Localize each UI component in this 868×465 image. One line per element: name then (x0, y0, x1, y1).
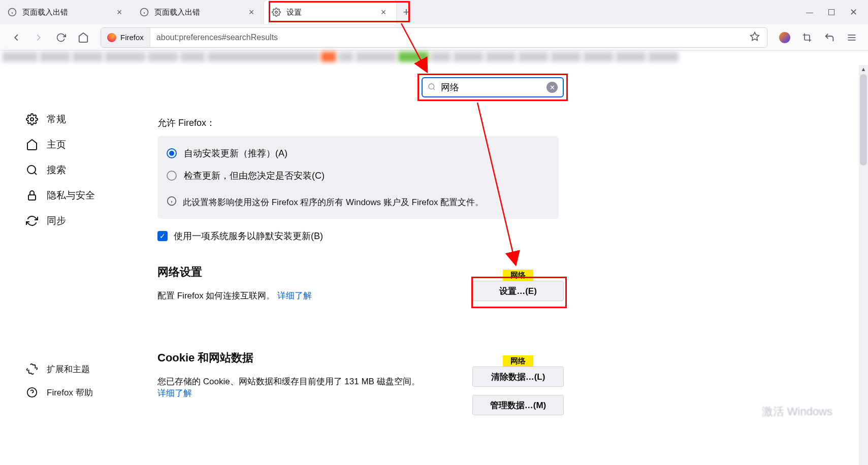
settings-content: 允许 Firefox： 自动安装更新（推荐）(A) 检查更新，但由您决定是否安装… (157, 117, 766, 399)
firefox-icon (107, 33, 116, 42)
crop-icon[interactable] (798, 28, 816, 47)
sync-icon (25, 214, 39, 227)
sidebar-label: 扩展和主题 (47, 363, 90, 375)
sidebar-item-help[interactable]: Firefox 帮助 (20, 381, 142, 404)
sidebar-item-search[interactable]: 搜索 (20, 157, 132, 183)
windows-watermark: 激活 Windows (762, 404, 832, 419)
learn-more-link[interactable]: 详细了解 (277, 291, 312, 301)
sidebar-item-home[interactable]: 主页 (20, 132, 132, 157)
radio-unchecked-icon (167, 171, 177, 181)
allow-firefox-label: 允许 Firefox： (157, 117, 766, 129)
titlebar: 页面载入出错 × 页面载入出错 × 设置 × + — ✕ (0, 0, 868, 24)
reload-button[interactable] (52, 28, 70, 47)
tab-label: 页面载入出错 (22, 8, 109, 17)
scroll-thumb[interactable] (860, 74, 867, 165)
url-text: about:preferences#searchResults (150, 33, 284, 42)
window-controls: — ✕ (795, 7, 868, 18)
sidebar-label: Firefox 帮助 (47, 387, 93, 398)
sidebar-label: 搜索 (47, 163, 66, 177)
svg-point-13 (30, 118, 34, 121)
svg-rect-16 (28, 195, 36, 200)
search-value: 网络 (441, 81, 541, 93)
tab-label: 页面载入出错 (154, 8, 241, 17)
vertical-scrollbar[interactable]: ▲ (859, 65, 868, 465)
radio-label: 检查更新，但由您决定是否安装(C) (184, 170, 325, 182)
learn-more-link[interactable]: 详细了解 (157, 388, 192, 398)
svg-point-6 (275, 11, 278, 14)
sidebar-label: 主页 (47, 138, 66, 151)
search-icon (25, 163, 39, 177)
lock-icon (25, 189, 39, 202)
scroll-up-arrow-icon[interactable]: ▲ (859, 66, 868, 72)
sidebar-item-sync[interactable]: 同步 (20, 208, 132, 234)
sidebar-bottom: 扩展和主题 Firefox 帮助 (20, 357, 142, 404)
sidebar-item-extensions[interactable]: 扩展和主题 (20, 357, 142, 381)
svg-point-11 (429, 84, 434, 89)
sidebar-label: 常规 (47, 113, 66, 126)
network-settings-button[interactable]: 设置…(E) (472, 281, 564, 301)
close-window-button[interactable]: ✕ (850, 7, 857, 18)
close-icon[interactable]: × (378, 7, 389, 17)
toolbar: Firefox about:preferences#searchResults (0, 24, 868, 51)
sidebar-item-privacy[interactable]: 隐私与安全 (20, 183, 132, 208)
info-icon (167, 196, 177, 209)
cookies-section: Cookie 和网站数据 您已存储的 Cookie、网站数据和缓存目前使用了 1… (157, 350, 564, 399)
url-bar[interactable]: Firefox about:preferences#searchResults (101, 27, 767, 48)
radio-checked-icon (167, 148, 177, 158)
svg-line-15 (35, 173, 37, 175)
home-icon (25, 138, 39, 151)
bookmarks-bar (0, 51, 868, 63)
home-button[interactable] (74, 28, 92, 47)
app-menu-button[interactable] (843, 28, 861, 47)
update-radio-check[interactable]: 检查更新，但由您决定是否安装(C) (157, 164, 559, 187)
sidebar-label: 同步 (47, 214, 66, 227)
checkbox-checked-icon: ✓ (157, 231, 168, 241)
svg-marker-7 (751, 32, 759, 41)
close-icon[interactable]: × (114, 7, 124, 17)
tab-strip: 页面载入出错 × 页面载入出错 × 设置 × + (0, 0, 795, 24)
svg-line-12 (433, 88, 435, 90)
svg-point-14 (27, 165, 36, 174)
update-radio-auto[interactable]: 自动安装更新（推荐）(A) (157, 142, 559, 164)
radio-label: 自动安装更新（推荐）(A) (184, 147, 287, 159)
tab-settings[interactable]: 设置 × (264, 0, 396, 24)
search-highlight-tag: 网络 (503, 270, 533, 281)
settings-search-input[interactable]: 网络 ✕ (422, 77, 564, 97)
background-service-checkbox[interactable]: ✓ 使用一项系统服务以静默安装更新(B) (157, 230, 766, 242)
back-button[interactable] (7, 28, 25, 47)
tab-label: 设置 (286, 8, 373, 17)
sidebar-label: 隐私与安全 (47, 189, 95, 202)
bookmark-star-icon[interactable] (743, 31, 767, 43)
forward-button[interactable] (29, 28, 48, 47)
maximize-button[interactable] (828, 9, 834, 15)
sidebar-item-general[interactable]: 常规 (20, 107, 132, 132)
minimize-button[interactable]: — (806, 8, 813, 16)
gear-icon (25, 113, 39, 126)
info-text: 此设置将影响使用这份 Firefox 程序的所有 Windows 账户及 Fir… (183, 196, 484, 208)
network-section: 网络设置 配置 Firefox 如何连接互联网。 详细了解 网络 设置…(E) (157, 264, 564, 302)
undo-icon[interactable] (820, 28, 839, 47)
info-icon (139, 7, 149, 17)
checkbox-label: 使用一项系统服务以静默安装更新(B) (174, 230, 323, 242)
manage-data-button[interactable]: 管理数据…(M) (472, 395, 564, 415)
puzzle-icon (25, 362, 39, 376)
close-icon[interactable]: × (246, 7, 256, 17)
tab-error-2[interactable]: 页面载入出错 × (132, 0, 264, 24)
tab-error-1[interactable]: 页面载入出错 × (0, 0, 132, 24)
update-info: 此设置将影响使用这份 Firefox 程序的所有 Windows 账户及 Fir… (157, 187, 559, 209)
profile-button[interactable] (776, 28, 794, 47)
search-highlight-tag: 网络 (503, 355, 533, 367)
settings-sidebar: 常规 主页 搜索 隐私与安全 同步 (20, 107, 132, 234)
gear-icon (271, 7, 281, 17)
clear-data-button[interactable]: 清除数据…(L) (472, 367, 564, 387)
new-tab-button[interactable]: + (396, 0, 416, 24)
info-icon (7, 7, 17, 17)
clear-search-icon[interactable]: ✕ (546, 82, 558, 93)
identity-label: Firefox (120, 33, 144, 42)
update-options-box: 自动安装更新（推荐）(A) 检查更新，但由您决定是否安装(C) 此设置将影响使用… (157, 136, 559, 219)
search-icon (428, 83, 436, 92)
help-icon (25, 386, 39, 399)
identity-box[interactable]: Firefox (101, 28, 150, 47)
